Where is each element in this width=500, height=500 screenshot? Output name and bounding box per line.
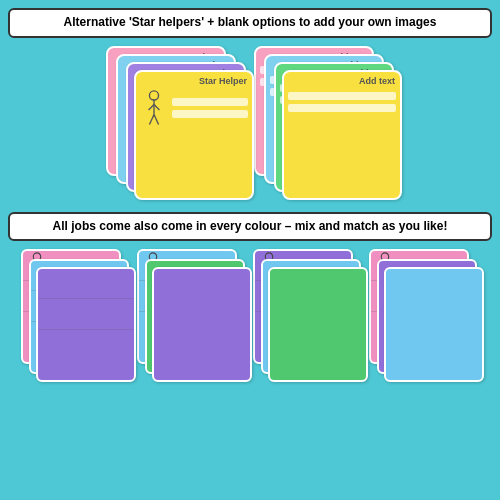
add-card-label-4: Add text <box>284 72 400 88</box>
div-d <box>38 298 134 299</box>
figure-icon-4 <box>140 90 168 130</box>
bottom-banner-text: All jobs come also come in every colour … <box>53 219 448 233</box>
add-text-right-stack: Add text Add text Add text <box>254 46 394 206</box>
jobs-stack-3: Tech Support Desk Inspe <box>253 249 363 404</box>
card-lines-4 <box>172 98 248 122</box>
jobs-row-r3-2 <box>38 300 134 328</box>
jobs-card-3-3 <box>268 267 368 382</box>
card-line-7 <box>172 98 248 106</box>
top-banner: Alternative 'Star helpers' + blank optio… <box>8 8 492 38</box>
svg-line-23 <box>154 114 159 124</box>
jobs-row-r3-1 <box>38 269 134 297</box>
card-figure-area-4 <box>136 88 252 132</box>
svg-line-22 <box>149 114 154 124</box>
div-e <box>38 329 134 330</box>
jobs-stack-1: Recycling Lights Monitor <box>21 249 131 404</box>
jobs-card-1-3 <box>36 267 136 382</box>
jobs-stack-2: Line Lead Chair Mon <box>137 249 247 404</box>
jobs-card-4-3 <box>384 267 484 382</box>
svg-line-20 <box>149 104 154 109</box>
jobs-row-r3-3 <box>38 331 134 359</box>
card-yellow: Star Helper <box>134 70 254 200</box>
svg-point-18 <box>149 91 158 100</box>
top-banner-text: Alternative 'Star helpers' + blank optio… <box>64 15 437 29</box>
star-helper-left-stack: Star Helper <box>106 46 246 206</box>
add-card-line-8 <box>288 104 396 112</box>
card-label-4: Star Helper <box>136 72 252 88</box>
svg-line-21 <box>154 104 159 109</box>
jobs-stack-4: Messenger Weather Reporter <box>369 249 479 404</box>
top-section: Star Helper <box>8 46 492 206</box>
jobs-card-2-3 <box>152 267 252 382</box>
bottom-section: Recycling Lights Monitor <box>8 249 492 404</box>
add-card-yellow: Add text <box>282 70 402 200</box>
bottom-banner: All jobs come also come in every colour … <box>8 212 492 242</box>
card-line-8 <box>172 110 248 118</box>
main-container: Alternative 'Star helpers' + blank optio… <box>0 0 500 500</box>
add-card-line-7 <box>288 92 396 100</box>
